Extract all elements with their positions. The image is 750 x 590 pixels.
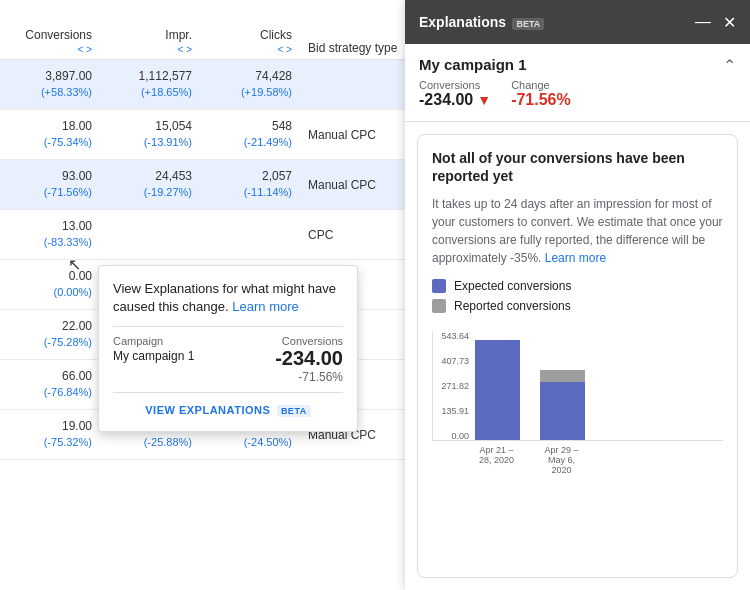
cell-conversions: 93.00 (-71.56%) (0, 162, 100, 206)
cell-bid: Manual CPC (300, 128, 405, 142)
col-impr-header: Impr. < > (100, 28, 200, 55)
legend-expected: Expected conversions (432, 279, 723, 293)
cell-conversions: 0.00 (0.00%) (0, 262, 100, 306)
tooltip-box: View Explanations for what might have ca… (98, 265, 358, 432)
table-row: 93.00 (-71.56%) 24,453 (-19.27%) 2,057 (… (0, 160, 405, 210)
table-row: 18.00 (-75.34%) 15,054 (-13.91%) 548 (-2… (0, 110, 405, 160)
cell-bid: Manual CPC (300, 178, 405, 192)
legend-reported: Reported conversions (432, 299, 723, 313)
cell-clicks: 74,428 (+19.58%) (200, 62, 300, 106)
bar-group-2 (540, 370, 585, 440)
table-header: Conversions < > Impr. < > Clicks < > Bid… (0, 0, 405, 60)
tooltip-campaign-row: Campaign My campaign 1 Conversions -234.… (113, 335, 343, 384)
cell-impr: 15,054 (-13.91%) (100, 112, 200, 156)
cell-conversions: 3,897.00 (+58.33%) (0, 62, 100, 106)
chart-wrapper: 543.64 407.73 271.82 135.91 0.00 (432, 331, 723, 461)
bar-expected-2 (540, 382, 585, 440)
cell-conversions: 18.00 (-75.34%) (0, 112, 100, 156)
cell-bid: CPC (300, 228, 405, 242)
campaign-stats: Conversions -234.00 ▼ Change -71.56% (419, 79, 571, 109)
cell-impr (100, 229, 200, 241)
card-body: It takes up to 24 days after an impressi… (432, 195, 723, 267)
tooltip-footer: VIEW EXPLANATIONS BETA (113, 403, 343, 417)
card-title: Not all of your conversions have been re… (432, 149, 723, 185)
bar-expected-1 (475, 340, 520, 440)
close-button[interactable]: ✕ (723, 13, 736, 32)
tooltip-divider (113, 326, 343, 327)
explanation-card: Not all of your conversions have been re… (417, 134, 738, 578)
chart-inner: 543.64 407.73 271.82 135.91 0.00 (432, 331, 723, 441)
cell-clicks: 2,057 (-11.14%) (200, 162, 300, 206)
x-axis-labels: Apr 21 – 28, 2020 Apr 29 – May 6, 2020 (432, 445, 723, 475)
conversions-sort[interactable]: < > (0, 44, 92, 55)
tooltip-campaign-info: Campaign My campaign 1 (113, 335, 194, 363)
y-axis-labels: 543.64 407.73 271.82 135.91 0.00 (433, 331, 473, 441)
table-row: 3,897.00 (+58.33%) 1,112,577 (+18.65%) 7… (0, 60, 405, 110)
tooltip-divider-2 (113, 392, 343, 393)
panel-header: Explanations BETA — ✕ (405, 0, 750, 44)
legend-expected-color (432, 279, 446, 293)
bar-stack-2 (540, 370, 585, 440)
bar-chart: 543.64 407.73 271.82 135.91 0.00 (432, 327, 723, 461)
bar-stack-1 (475, 340, 520, 440)
cursor-icon: ↖ (68, 255, 81, 274)
cell-clicks: 548 (-21.49%) (200, 112, 300, 156)
cell-conversions: 13.00 (-83.33%) (0, 212, 100, 256)
cell-conversions: 22.00 (-75.28%) (0, 312, 100, 356)
cell-clicks (200, 229, 300, 241)
cell-conversions: 66.00 (-76.84%) (0, 362, 100, 406)
change-stat: Change -71.56% (511, 79, 571, 109)
cell-conversions: 19.00 (-75.32%) (0, 412, 100, 456)
col-bid-header: Bid strategy type (300, 41, 405, 55)
bar-reported-2 (540, 370, 585, 382)
tooltip-conversions-info: Conversions -234.00 -71.56% (275, 335, 343, 384)
down-arrow-icon: ▼ (477, 92, 491, 108)
campaign-info: My campaign 1 Conversions -234.00 ▼ Chan… (419, 56, 571, 109)
table-row: 13.00 (-83.33%) CPC (0, 210, 405, 260)
cell-impr: 24,453 (-19.27%) (100, 162, 200, 206)
col-conversions-header: Conversions < > (0, 28, 100, 55)
tooltip-learn-more-link[interactable]: Learn more (232, 299, 298, 314)
impr-sort[interactable]: < > (100, 44, 192, 55)
bar-group-1 (475, 340, 520, 440)
panel-title-area: Explanations BETA (419, 14, 544, 30)
clicks-sort[interactable]: < > (200, 44, 292, 55)
conversions-stat: Conversions -234.00 ▼ (419, 79, 491, 109)
collapse-button[interactable]: ⌃ (723, 56, 736, 75)
panel-header-icons: — ✕ (695, 13, 736, 32)
card-learn-more-link[interactable]: Learn more (545, 251, 606, 265)
minimize-button[interactable]: — (695, 13, 711, 32)
tooltip-title: View Explanations for what might have ca… (113, 280, 343, 316)
view-explanations-link[interactable]: VIEW EXPLANATIONS BETA (145, 404, 310, 416)
legend-reported-color (432, 299, 446, 313)
cell-impr: 1,112,577 (+18.65%) (100, 62, 200, 106)
campaign-section: My campaign 1 Conversions -234.00 ▼ Chan… (405, 44, 750, 122)
chart-legend: Expected conversions Reported conversion… (432, 279, 723, 313)
col-clicks-header: Clicks < > (200, 28, 300, 55)
explanations-panel: Explanations BETA — ✕ My campaign 1 Conv… (405, 0, 750, 590)
